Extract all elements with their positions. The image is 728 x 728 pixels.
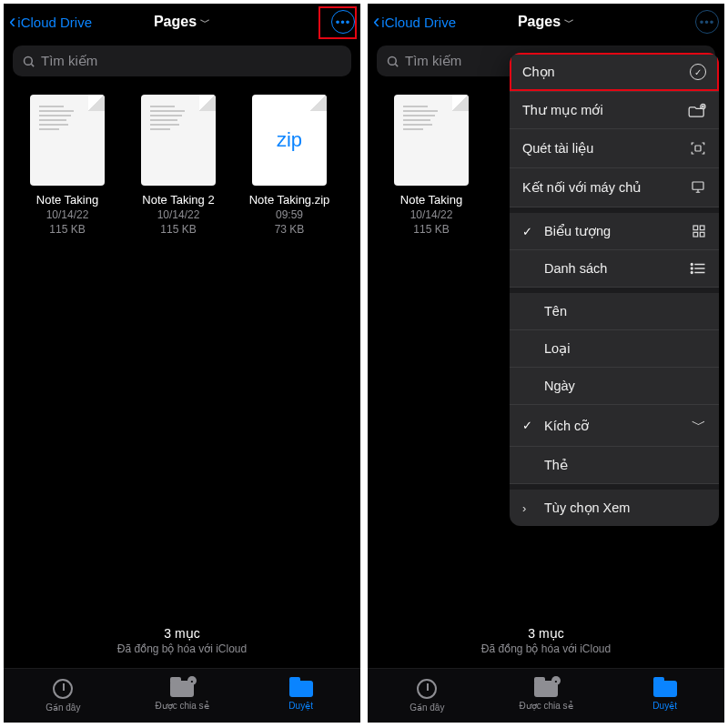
menu-sort-date[interactable]: Ngày bbox=[510, 368, 719, 405]
file-item[interactable]: Note Taking 10/14/22 115 KB bbox=[18, 95, 116, 236]
svg-line-1 bbox=[31, 64, 34, 66]
more-button[interactable]: ••• bbox=[331, 10, 355, 34]
menu-sort-kind[interactable]: Loại bbox=[510, 330, 719, 368]
footer-status: 3 mục Đã đồng bộ hóa với iCloud bbox=[4, 626, 360, 655]
menu-view-options[interactable]: ›Tùy chọn Xem bbox=[510, 490, 719, 526]
svg-rect-13 bbox=[693, 232, 698, 237]
chevron-down-icon: ﹀ bbox=[200, 15, 210, 29]
more-button[interactable]: ••• bbox=[695, 10, 719, 34]
shared-folder-icon: • bbox=[534, 681, 558, 697]
folder-title[interactable]: Pages ﹀ bbox=[518, 14, 574, 30]
search-placeholder: Tìm kiếm bbox=[41, 53, 97, 69]
back-label: iCloud Drive bbox=[17, 15, 92, 30]
menu-sort-name[interactable]: Tên bbox=[510, 293, 719, 330]
svg-rect-7 bbox=[695, 146, 701, 151]
search-input[interactable]: Tìm kiếm bbox=[13, 46, 351, 76]
navbar: ‹ iCloud Drive Pages ﹀ ••• bbox=[368, 4, 724, 40]
grid-icon bbox=[692, 224, 706, 238]
svg-point-19 bbox=[691, 272, 693, 274]
search-icon bbox=[22, 55, 35, 68]
file-item[interactable]: zip Note Taking.zip 09:59 73 KB bbox=[240, 95, 339, 236]
search-placeholder: Tìm kiếm bbox=[405, 53, 461, 69]
menu-sort-size[interactable]: Kích cỡ ﹀ bbox=[510, 405, 719, 447]
tab-bar: Gần đây • Được chia sẻ Duyệt bbox=[4, 668, 360, 723]
screen-left: ‹ iCloud Drive Pages ﹀ ••• Tìm kiếm Note… bbox=[4, 4, 360, 723]
menu-scan-documents[interactable]: Quét tài liệu bbox=[510, 129, 719, 168]
file-grid: Note Taking 10/14/22 115 KB Note Taking … bbox=[4, 86, 360, 236]
file-item[interactable]: Note Taking 2 10/14/22 115 KB bbox=[129, 95, 228, 236]
svg-rect-12 bbox=[700, 226, 704, 230]
zip-icon: zip bbox=[277, 128, 302, 152]
svg-rect-11 bbox=[693, 226, 698, 230]
more-menu: Chọn ✓ Thư mục mới Quét tài liệu Kết nối… bbox=[510, 53, 719, 526]
chevron-left-icon: ‹ bbox=[373, 12, 379, 32]
menu-new-folder[interactable]: Thư mục mới bbox=[510, 92, 719, 129]
menu-connect-server[interactable]: Kết nối với máy chủ bbox=[510, 168, 719, 207]
tab-recent[interactable]: Gần đây bbox=[5, 679, 122, 713]
screen-right: ‹ iCloud Drive Pages ﹀ ••• Tìm kiếm Note… bbox=[368, 4, 724, 723]
menu-select[interactable]: Chọn ✓ bbox=[510, 53, 719, 92]
file-item[interactable]: Note Taking 10/14/22 115 KB bbox=[382, 95, 480, 236]
server-icon bbox=[690, 179, 706, 196]
svg-line-3 bbox=[395, 64, 398, 66]
select-icon: ✓ bbox=[690, 64, 706, 80]
footer-status: 3 mục Đã đồng bộ hóa với iCloud bbox=[368, 626, 724, 655]
new-folder-icon bbox=[688, 103, 706, 117]
svg-rect-8 bbox=[693, 182, 703, 189]
svg-rect-14 bbox=[700, 232, 704, 237]
chevron-left-icon: ‹ bbox=[9, 12, 15, 32]
navbar: ‹ iCloud Drive Pages ﹀ ••• bbox=[4, 4, 360, 40]
folder-title[interactable]: Pages ﹀ bbox=[154, 14, 210, 30]
tab-browse[interactable]: Duyệt bbox=[606, 681, 723, 711]
list-icon bbox=[690, 262, 706, 275]
tab-shared[interactable]: • Được chia sẻ bbox=[123, 681, 240, 711]
shared-folder-icon: • bbox=[170, 681, 194, 697]
chevron-down-icon: ﹀ bbox=[564, 15, 574, 29]
folder-icon bbox=[289, 681, 313, 697]
scan-icon bbox=[690, 140, 706, 157]
svg-point-0 bbox=[25, 56, 33, 65]
tab-browse[interactable]: Duyệt bbox=[242, 681, 359, 711]
chevron-down-icon: ﹀ bbox=[692, 416, 706, 435]
svg-point-15 bbox=[691, 264, 693, 266]
menu-view-icons[interactable]: Biểu tượng bbox=[510, 213, 719, 250]
menu-sort-tags[interactable]: Thẻ bbox=[510, 447, 719, 484]
svg-point-17 bbox=[691, 268, 693, 269]
svg-point-2 bbox=[389, 56, 397, 65]
back-label: iCloud Drive bbox=[381, 15, 456, 30]
clock-icon bbox=[53, 679, 73, 699]
tab-bar: Gần đây • Được chia sẻ Duyệt bbox=[368, 668, 724, 723]
clock-icon bbox=[417, 679, 437, 699]
search-icon bbox=[386, 55, 399, 68]
menu-view-list[interactable]: Danh sách bbox=[510, 250, 719, 288]
tab-recent[interactable]: Gần đây bbox=[369, 679, 486, 713]
tab-shared[interactable]: • Được chia sẻ bbox=[487, 681, 604, 711]
folder-icon bbox=[653, 681, 677, 697]
